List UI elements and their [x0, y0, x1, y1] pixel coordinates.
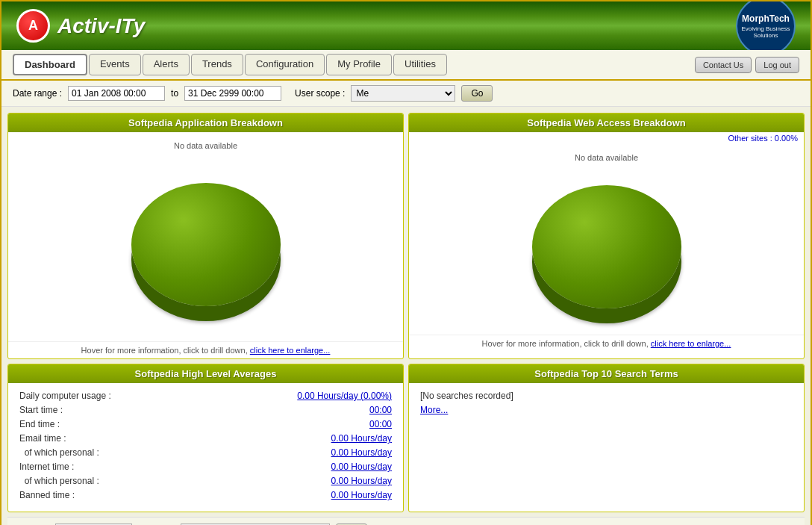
- high-level-panel: Softpedia High Level Averages Daily comp…: [7, 364, 404, 512]
- no-searches-text: [No searches recorded]: [420, 391, 793, 401]
- app-pie-chart[interactable]: [131, 183, 281, 306]
- avg-value-daily[interactable]: 0.00 Hours/day (0.00%): [297, 391, 392, 401]
- avg-label-start: Start time :: [19, 405, 63, 415]
- logo-area: A Activ-ITy: [16, 9, 145, 43]
- avg-label-email: Email time :: [19, 433, 66, 444]
- to-label: to: [171, 88, 178, 99]
- avg-value-start[interactable]: 00:00: [369, 405, 392, 415]
- avg-label-internet-personal: of which personal :: [19, 476, 99, 486]
- morph-tech-logo: MorphTech Evolving Business Solutions: [736, 1, 796, 50]
- avg-row-start: Start time : 00:00: [19, 405, 392, 415]
- avg-row-internet: Internet time : 0.00 Hours/day: [19, 462, 392, 472]
- search-terms-title: Softpedia Top 10 Search Terms: [409, 364, 804, 383]
- footer-bar: Expand by user by department by site sor…: [7, 517, 805, 525]
- avg-row-internet-personal: of which personal : 0.00 Hours/day: [19, 476, 392, 486]
- header: A Activ-ITy MorphTech Evolving Business …: [1, 1, 811, 50]
- web-no-data-label: No data available: [575, 153, 638, 162]
- tab-utilities[interactable]: Utilities: [393, 54, 447, 75]
- other-sites-link[interactable]: Other sites : 0.00%: [728, 134, 798, 143]
- tab-my-profile[interactable]: My Profile: [326, 54, 392, 75]
- web-chart-container: [415, 150, 798, 329]
- tab-alerts[interactable]: Alerts: [143, 54, 190, 75]
- search-terms-panel: Softpedia Top 10 Search Terms [No search…: [408, 364, 805, 512]
- avg-value-internet-personal[interactable]: 0.00 Hours/day: [331, 476, 392, 486]
- bottom-panel-grid: Softpedia High Level Averages Daily comp…: [7, 364, 805, 512]
- app-breakdown-body: No data available: [8, 132, 403, 341]
- web-breakdown-panel: Softpedia Web Access Breakdown Other sit…: [408, 113, 805, 359]
- contact-us-button[interactable]: Contact Us: [695, 57, 752, 73]
- avg-row-daily: Daily computer usage : 0.00 Hours/day (0…: [19, 391, 392, 401]
- date-to-input[interactable]: [184, 86, 281, 101]
- avg-label-daily: Daily computer usage :: [19, 391, 111, 401]
- app-breakdown-panel: Softpedia Application Breakdown No data …: [7, 113, 404, 359]
- web-breakdown-footer: Hover for more information, click to dri…: [409, 335, 804, 352]
- tab-events[interactable]: Events: [89, 54, 141, 75]
- app-chart-container: [14, 138, 397, 335]
- web-other-sites: Other sites : 0.00%: [409, 132, 804, 144]
- avg-value-end[interactable]: 00:00: [369, 419, 392, 429]
- app-enlarge-link[interactable]: click here to enlarge...: [250, 346, 331, 355]
- date-from-input[interactable]: [68, 86, 165, 101]
- app-footer-text: Hover for more information, click to dri…: [81, 346, 250, 355]
- top-panel-grid: Softpedia Application Breakdown No data …: [7, 113, 805, 359]
- go-button[interactable]: Go: [461, 85, 493, 102]
- app-breakdown-title: Softpedia Application Breakdown: [8, 114, 403, 132]
- user-scope-select[interactable]: Me: [351, 85, 455, 102]
- logo-icon: A: [16, 9, 50, 43]
- avg-row-email-personal: of which personal : 0.00 Hours/day: [19, 447, 392, 458]
- avg-row-email: Email time : 0.00 Hours/day: [19, 433, 392, 444]
- more-link[interactable]: More...: [420, 405, 448, 415]
- tab-configuration[interactable]: Configuration: [245, 54, 325, 75]
- tab-dashboard[interactable]: Dashboard: [13, 54, 87, 75]
- app-breakdown-footer: Hover for more information, click to dri…: [8, 341, 403, 358]
- main-content: Softpedia Application Breakdown No data …: [1, 107, 811, 525]
- high-level-body: Daily computer usage : 0.00 Hours/day (0…: [8, 383, 403, 512]
- avg-row-end: End time : 00:00: [19, 419, 392, 429]
- user-scope-label: User scope :: [295, 88, 345, 99]
- date-range-label: Date range :: [13, 88, 62, 99]
- app-name: Activ-ITy: [57, 14, 145, 38]
- avg-row-banned: Banned time : 0.00 Hours/day: [19, 490, 392, 500]
- log-out-button[interactable]: Log out: [755, 57, 799, 73]
- high-level-title: Softpedia High Level Averages: [8, 364, 403, 383]
- avg-value-internet[interactable]: 0.00 Hours/day: [331, 462, 392, 472]
- avg-label-internet: Internet time :: [19, 462, 74, 472]
- page-wrapper: A Activ-ITy MorphTech Evolving Business …: [0, 0, 812, 525]
- morph-tech-tagline: Evolving Business Solutions: [741, 25, 790, 39]
- avg-value-email-personal[interactable]: 0.00 Hours/day: [331, 447, 392, 458]
- nav-tabs: Dashboard Events Alerts Trends Configura…: [13, 54, 447, 75]
- search-terms-body: [No searches recorded] More...: [409, 383, 804, 510]
- app-no-data-label: No data available: [174, 141, 237, 150]
- avg-label-end: End time :: [19, 419, 60, 429]
- web-breakdown-title: Softpedia Web Access Breakdown: [409, 114, 804, 132]
- web-enlarge-link[interactable]: click here to enlarge...: [651, 339, 731, 348]
- avg-label-email-personal: of which personal :: [19, 447, 99, 458]
- web-breakdown-body: No data available: [409, 144, 804, 335]
- web-pie-chart[interactable]: [532, 185, 681, 308]
- tab-trends[interactable]: Trends: [191, 54, 243, 75]
- avg-label-banned: Banned time :: [19, 490, 75, 500]
- nav-actions: Contact Us Log out: [695, 57, 799, 73]
- avg-value-email[interactable]: 0.00 Hours/day: [331, 433, 392, 444]
- avg-value-banned[interactable]: 0.00 Hours/day: [331, 490, 392, 500]
- web-footer-text: Hover for more information, click to dri…: [482, 339, 651, 348]
- date-bar: Date range : to User scope : Me Go: [1, 81, 811, 107]
- morph-tech-name: MorphTech: [742, 13, 790, 24]
- nav-bar: Dashboard Events Alerts Trends Configura…: [1, 50, 811, 81]
